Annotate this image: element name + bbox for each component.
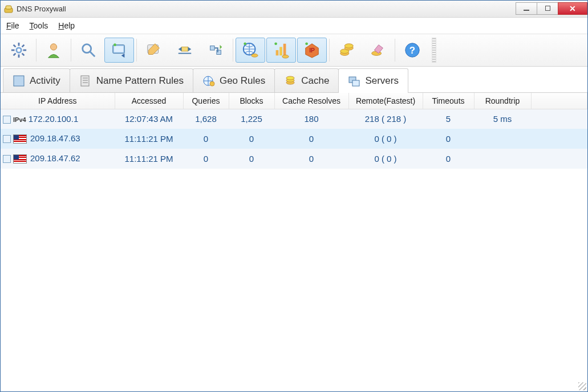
help-icon[interactable]: ? bbox=[398, 38, 427, 63]
cell-queries: 0 bbox=[183, 149, 229, 169]
toolbar-separator bbox=[71, 39, 71, 62]
window-controls: ✕ bbox=[516, 2, 587, 15]
svg-point-29 bbox=[274, 42, 277, 45]
svg-point-17 bbox=[113, 43, 116, 46]
col-cache-resolves[interactable]: Cache Resolves bbox=[274, 93, 348, 109]
svg-line-10 bbox=[22, 45, 25, 47]
svg-rect-40 bbox=[81, 76, 89, 86]
cell-ip: 209.18.47.62 bbox=[1, 149, 115, 169]
monitor-refresh-icon[interactable] bbox=[104, 38, 134, 63]
user-icon[interactable] bbox=[39, 38, 68, 63]
svg-text:?: ? bbox=[409, 45, 415, 56]
cell-cache: 0 bbox=[274, 149, 348, 169]
cell-queries: 1,628 bbox=[183, 109, 229, 129]
chart-coins-icon[interactable] bbox=[266, 38, 296, 63]
cell-blocks: 0 bbox=[229, 129, 274, 149]
tab-activity[interactable]: Activity bbox=[3, 68, 70, 92]
cell-remote: 0 ( 0 ) bbox=[348, 149, 423, 169]
flag-us-icon bbox=[13, 154, 27, 164]
col-accessed[interactable]: Accessed bbox=[115, 93, 183, 109]
eraser-icon[interactable] bbox=[363, 38, 392, 63]
resize-grip[interactable] bbox=[578, 382, 586, 390]
geo-rules-icon bbox=[202, 75, 215, 87]
col-queries[interactable]: Queries bbox=[183, 93, 229, 109]
menubar: File Tools Help bbox=[1, 18, 587, 34]
edit-icon[interactable] bbox=[139, 38, 169, 63]
minimize-button[interactable] bbox=[516, 2, 537, 15]
svg-point-31 bbox=[305, 42, 308, 45]
cache-icon bbox=[284, 75, 297, 87]
col-timeouts[interactable]: Timeouts bbox=[423, 93, 474, 109]
menu-tools[interactable]: Tools bbox=[30, 21, 48, 30]
svg-rect-16 bbox=[114, 46, 124, 52]
svg-point-11 bbox=[17, 48, 21, 52]
svg-point-23 bbox=[252, 54, 258, 58]
toolbar-grip[interactable] bbox=[432, 38, 436, 63]
cell-timeouts: 5 bbox=[423, 109, 474, 129]
cell-roundtrip: 5 ms bbox=[474, 109, 531, 129]
svg-text:IP: IP bbox=[309, 47, 315, 54]
col-blocks[interactable]: Blocks bbox=[229, 93, 274, 109]
tab-label: Geo Rules bbox=[220, 75, 265, 87]
svg-rect-19 bbox=[181, 47, 188, 51]
cell-ip: 209.18.47.63 bbox=[1, 129, 115, 149]
tab-geo-rules[interactable]: Geo Rules bbox=[193, 68, 275, 92]
cell-remote: 218 ( 218 ) bbox=[348, 109, 423, 129]
window-title: DNS Proxywall bbox=[17, 5, 66, 13]
servers-icon bbox=[348, 75, 360, 87]
menu-help[interactable]: Help bbox=[58, 21, 75, 30]
cell-timeouts: 0 bbox=[423, 129, 474, 149]
table-row[interactable]: IPv4172.20.100.112:07:43 AM1,6281,225180… bbox=[1, 109, 587, 129]
flag-us-icon bbox=[13, 134, 27, 144]
app-icon bbox=[4, 5, 13, 14]
table-row[interactable]: 209.18.47.6311:11:21 PM0000 ( 0 )0 bbox=[1, 129, 587, 149]
globe-coins-icon[interactable] bbox=[236, 38, 265, 63]
network-arrows-icon[interactable] bbox=[170, 38, 200, 63]
server-icon bbox=[3, 155, 11, 163]
tab-label: Servers bbox=[365, 75, 399, 87]
connection-icon[interactable] bbox=[201, 38, 230, 63]
ipv4-badge: IPv4 bbox=[13, 116, 26, 123]
svg-rect-1 bbox=[6, 6, 11, 9]
settings-gear-icon[interactable] bbox=[4, 38, 34, 63]
svg-point-48 bbox=[286, 76, 294, 80]
tab-servers[interactable]: Servers bbox=[338, 68, 408, 93]
cell-blocks: 1,225 bbox=[229, 109, 274, 129]
search-icon[interactable] bbox=[74, 38, 103, 63]
svg-line-7 bbox=[14, 45, 16, 47]
maximize-button[interactable] bbox=[537, 2, 558, 15]
ip-value: 172.20.100.1 bbox=[29, 114, 86, 124]
cell-cache: 0 bbox=[274, 129, 348, 149]
svg-point-13 bbox=[83, 44, 91, 53]
col-roundtrip[interactable]: Roundtrip bbox=[474, 93, 531, 109]
table-header-row: IP Address Accessed Queries Blocks Cache… bbox=[1, 93, 587, 109]
cell-timeouts: 0 bbox=[423, 149, 474, 169]
close-button[interactable]: ✕ bbox=[558, 2, 587, 15]
menu-file[interactable]: File bbox=[6, 21, 19, 30]
svg-line-8 bbox=[22, 54, 25, 56]
svg-rect-50 bbox=[352, 80, 359, 86]
tab-cache[interactable]: Cache bbox=[274, 68, 339, 92]
coins-icon[interactable] bbox=[332, 38, 362, 63]
col-ip-address[interactable]: IP Address bbox=[1, 93, 115, 109]
svg-point-28 bbox=[282, 55, 289, 58]
activity-icon bbox=[13, 75, 25, 87]
ip-block-icon[interactable]: IP bbox=[297, 38, 327, 63]
col-remote-fastest[interactable]: Remote(Fastest) bbox=[348, 93, 423, 109]
table-row[interactable]: 209.18.47.6211:11:21 PM0000 ( 0 )0 bbox=[1, 149, 587, 169]
tab-name-pattern-rules[interactable]: Name Pattern Rules bbox=[70, 68, 193, 92]
col-spacer bbox=[531, 93, 587, 109]
svg-line-9 bbox=[14, 54, 16, 56]
svg-point-45 bbox=[210, 81, 214, 86]
cell-roundtrip bbox=[474, 149, 531, 169]
tab-label: Name Pattern Rules bbox=[96, 75, 184, 87]
toolbar: IP ? bbox=[1, 34, 587, 67]
svg-rect-25 bbox=[276, 50, 279, 55]
cell-roundtrip bbox=[474, 129, 531, 149]
svg-point-12 bbox=[50, 44, 56, 50]
svg-point-24 bbox=[244, 42, 246, 45]
toolbar-separator bbox=[329, 39, 330, 62]
toolbar-separator bbox=[36, 39, 37, 62]
cell-remote: 0 ( 0 ) bbox=[348, 129, 423, 149]
tab-strip: Activity Name Pattern Rules Geo Rules Ca… bbox=[1, 67, 587, 93]
